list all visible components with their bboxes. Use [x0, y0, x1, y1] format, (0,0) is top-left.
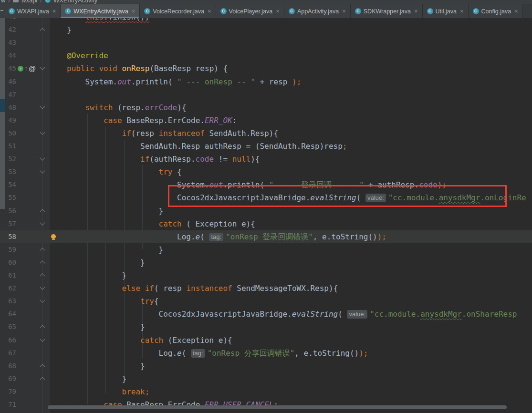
code-line[interactable]: 65}	[0, 320, 532, 333]
line-number[interactable]: 71	[0, 398, 16, 411]
breadcrumb-segment[interactable]: wxapi	[21, 0, 37, 4]
code-line[interactable]: 62else if( resp instanceof SendMessageTo…	[0, 282, 532, 295]
close-icon[interactable]: ×	[276, 8, 280, 14]
breadcrumb-segment[interactable]: WXEntryActivity	[53, 0, 97, 4]
fold-up-icon[interactable]	[40, 325, 45, 330]
line-number[interactable]: 72	[0, 411, 16, 413]
tab-voicerecorder-java[interactable]: CVoiceRecorder.java×	[140, 4, 216, 18]
fold-up-icon[interactable]	[40, 209, 45, 214]
code-line[interactable]: 46System.out.println( " --- onResp -- " …	[0, 75, 532, 88]
code-line[interactable]: 41this.finish();	[0, 18, 532, 23]
code-token: "onResp 分享回调错误"	[208, 349, 295, 358]
line-number[interactable]: 67	[0, 347, 16, 360]
code-line[interactable]: 50if(resp instanceof SendAuth.Resp){	[0, 127, 532, 140]
code-token: e	[196, 232, 200, 241]
line-number[interactable]: 68	[0, 360, 16, 372]
line-number[interactable]: 65	[0, 320, 16, 333]
code-line[interactable]: 64Cocos2dxJavascriptJavaBridge.evalStrin…	[0, 308, 532, 320]
code-line[interactable]: 68}	[0, 360, 532, 372]
tab-overflow-sliver[interactable]	[0, 4, 4, 18]
breadcrumb-path[interactable]: w / wxapi / C WXEntryActivity	[1, 0, 97, 4]
code-token: System.	[85, 77, 117, 86]
code-line[interactable]: 45↑↑@public void onResp(BaseResp resp) {	[0, 62, 532, 75]
line-number[interactable]: 62	[0, 282, 16, 295]
fold-down-icon[interactable]	[40, 284, 45, 289]
line-number[interactable]: 69	[0, 372, 16, 385]
line-number[interactable]: 59	[0, 243, 16, 256]
close-icon[interactable]: ×	[52, 8, 56, 14]
code-token: Cocos2dxJavascriptJavaBridge.	[159, 310, 292, 319]
fold-down-icon[interactable]	[40, 129, 45, 134]
code-line[interactable]: 42}	[0, 23, 532, 36]
fold-up-icon[interactable]	[40, 273, 45, 279]
code-line[interactable]: 60}	[0, 256, 532, 269]
fold-up-icon[interactable]	[40, 260, 45, 266]
code-token: (	[182, 349, 191, 358]
line-number[interactable]: 60	[0, 256, 16, 269]
code-line[interactable]: 49case BaseResp.ErrCode.ERR_OK:	[0, 114, 532, 127]
breadcrumb-separator: /	[8, 0, 10, 4]
tab-wxentryactivity-java[interactable]: CWXEntryActivity.java×	[61, 4, 140, 18]
tab-util-java[interactable]: CUtil.java×	[423, 4, 469, 18]
line-number[interactable]: 58	[0, 230, 16, 243]
close-icon[interactable]: ×	[414, 8, 418, 14]
code-line[interactable]: 52if(authResp.code != null){	[0, 153, 532, 165]
code-line[interactable]: 70break;	[0, 385, 532, 398]
code-text: }	[50, 243, 163, 256]
fold-up-icon[interactable]	[40, 248, 45, 253]
line-number[interactable]: 61	[0, 269, 16, 282]
navigate-up-icon[interactable]: ↑	[24, 62, 28, 75]
code-line[interactable]: 66catch (Exception e){	[0, 334, 532, 347]
breadcrumb-segment[interactable]: w	[1, 0, 5, 4]
class-icon: C	[144, 8, 150, 14]
code-line[interactable]: 69}	[0, 372, 532, 385]
code-line[interactable]: 72//	[0, 411, 532, 413]
fold-down-icon[interactable]	[40, 65, 45, 70]
fold-up-icon[interactable]	[40, 377, 45, 382]
line-number[interactable]: 57	[0, 217, 16, 230]
code-line[interactable]: 53try {	[0, 165, 532, 178]
fold-down-icon[interactable]	[40, 336, 45, 341]
class-icon: C	[220, 8, 227, 14]
fold-up-icon[interactable]	[40, 364, 45, 369]
code-token: (Exception e){	[163, 336, 232, 345]
fold-down-icon[interactable]	[40, 168, 45, 174]
line-number[interactable]: 64	[0, 308, 16, 320]
overrides-method-icon[interactable]: ↑	[18, 66, 23, 72]
code-token: if	[140, 155, 149, 164]
line-number[interactable]: 70	[0, 385, 16, 398]
tab-sdkwrapper-java[interactable]: CSDKWrapper.java×	[351, 4, 423, 18]
horizontal-scrollbar[interactable]	[48, 405, 507, 409]
fold-down-icon[interactable]	[40, 103, 45, 109]
code-line[interactable]: 61}	[0, 269, 532, 282]
code-line[interactable]: 67Log.e( tag:"onResp 分享回调错误", e.toString…	[0, 347, 532, 360]
fold-down-icon[interactable]	[40, 220, 45, 225]
code-line[interactable]: 59}	[0, 243, 532, 256]
editor-pane[interactable]: 41this.finish();42}4344@Override45↑↑@pub…	[0, 18, 532, 413]
tab-voiceplayer-java[interactable]: CVoicePlayer.java×	[216, 4, 284, 18]
code-token: BaseResp.ErrCode.	[122, 116, 205, 125]
close-icon[interactable]: ×	[208, 8, 211, 14]
tab-wxapi-java[interactable]: CWXAPI.java×	[4, 4, 61, 18]
fold-up-icon[interactable]	[40, 28, 45, 33]
code-line[interactable]: 58Log.e( tag:"onResp 登录回调错误", e.toString…	[0, 230, 532, 243]
tab-appactivity-java[interactable]: CAppActivity.java×	[284, 4, 351, 18]
project-panel-scrollbar[interactable]	[0, 18, 5, 209]
code-line[interactable]: 63try{	[0, 295, 532, 308]
parameter-hint-chip: tag:	[191, 349, 205, 358]
line-number[interactable]: 66	[0, 334, 16, 347]
fold-down-icon[interactable]	[40, 155, 45, 160]
close-icon[interactable]: ×	[460, 8, 464, 14]
code-line[interactable]: 57catch ( Exception e){	[0, 217, 532, 230]
code-line[interactable]: 43	[0, 36, 532, 49]
close-icon[interactable]: ×	[132, 8, 136, 14]
close-icon[interactable]: ×	[514, 8, 518, 14]
code-line[interactable]: 48switch (resp.errCode){	[0, 101, 532, 114]
line-number[interactable]: 63	[0, 295, 16, 308]
tab-config-java[interactable]: CConfig.java×	[469, 4, 523, 18]
code-line[interactable]: 44@Override	[0, 49, 532, 62]
code-line[interactable]: 47	[0, 88, 532, 101]
code-line[interactable]: 51SendAuth.Resp authResp = (SendAuth.Res…	[0, 140, 532, 153]
fold-down-icon[interactable]	[40, 298, 45, 303]
close-icon[interactable]: ×	[342, 8, 346, 14]
